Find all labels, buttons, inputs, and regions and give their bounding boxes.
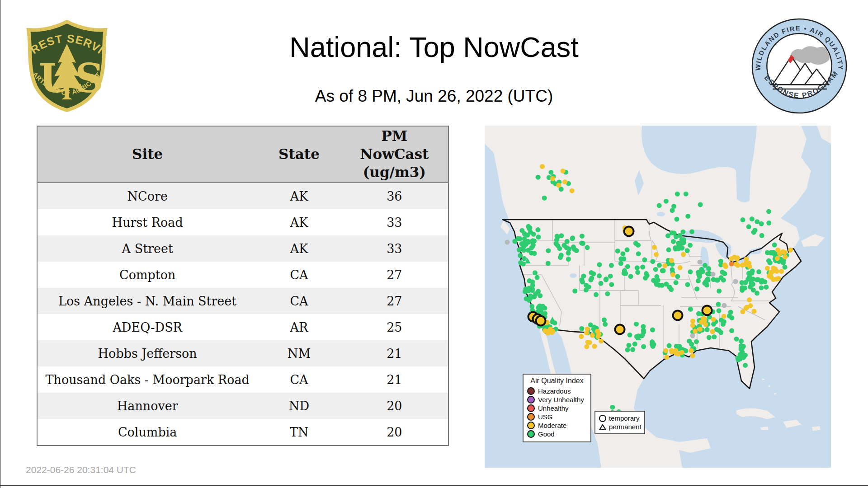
- site-cell: Los Angeles - N. Main Street: [37, 288, 257, 314]
- legend-row-temporary: temporary: [599, 414, 641, 422]
- permanent-label: permanent: [609, 422, 642, 431]
- table-header-row: Site State PM NowCast (ug/m3): [37, 126, 448, 183]
- aqi-color-swatch: [527, 387, 535, 395]
- site-cell: Hobbs Jefferson: [37, 340, 257, 366]
- state-cell: TN: [257, 419, 340, 446]
- pm-cell: 20: [341, 419, 448, 446]
- dashboard-page: FOREST SERVICE U S DEPARTMENT OF AGRICUL…: [0, 0, 868, 488]
- aqi-legend-item: Very Unhealthy: [527, 395, 587, 404]
- pm-cell: 20: [341, 393, 448, 419]
- pm-cell: 21: [341, 366, 448, 393]
- permanent-triangle-icon: [599, 424, 606, 430]
- pm-cell: 27: [341, 262, 448, 288]
- table-row: ADEQ-DSRAR25: [37, 314, 448, 340]
- aqi-legend-item: Good: [527, 430, 587, 438]
- aqi-legend-item: Hazardous: [527, 387, 587, 395]
- table-row: Hurst RoadAK33: [37, 209, 448, 235]
- aqi-item-label: Unhealthy: [538, 404, 569, 413]
- state-cell: AK: [257, 209, 340, 235]
- aqi-item-label: Very Unhealthy: [538, 395, 584, 404]
- state-cell: CA: [257, 262, 340, 288]
- aqi-color-swatch: [527, 430, 535, 438]
- aqi-legend-item: USG: [527, 413, 587, 421]
- state-cell: AK: [257, 235, 340, 262]
- state-cell: AK: [257, 183, 340, 210]
- column-header-state: State: [257, 126, 340, 183]
- aqi-item-label: USG: [538, 413, 553, 421]
- table-row: ColumbiaTN20: [37, 419, 448, 446]
- site-cell: Thousand Oaks - Moorpark Road: [37, 366, 257, 393]
- column-header-pm-nowcast: PM NowCast (ug/m3): [341, 126, 448, 183]
- aqi-color-swatch: [527, 422, 535, 429]
- aqi-color-swatch: [527, 396, 535, 404]
- legend-row-permanent: permanent: [599, 422, 641, 431]
- temporary-circle-icon: [599, 415, 606, 422]
- state-cell: ND: [257, 393, 340, 419]
- aqi-legend-item: Moderate: [527, 421, 587, 430]
- aqi-legend-items: HazardousVery UnhealthyUnhealthyUSGModer…: [527, 387, 587, 438]
- table-row: NCoreAK36: [37, 183, 448, 210]
- table-row: Thousand Oaks - Moorpark RoadCA21: [37, 366, 448, 393]
- window-bottom-edge: [0, 485, 868, 486]
- state-cell: CA: [257, 366, 340, 393]
- aqi-item-label: Moderate: [538, 421, 566, 430]
- table-row: HannoverND20: [37, 393, 448, 419]
- pm-header-line3: (ug/m3): [341, 163, 448, 181]
- aqi-color-swatch: [527, 413, 535, 421]
- aqi-item-label: Hazardous: [538, 387, 571, 395]
- generation-timestamp: 2022-06-26 20:31:04 UTC: [26, 465, 136, 475]
- pm-cell: 25: [341, 314, 448, 340]
- aqi-legend-item: Unhealthy: [527, 404, 587, 413]
- lake-of-the-woods: [657, 212, 665, 216]
- aqi-color-swatch: [527, 404, 535, 412]
- site-cell: A Street: [37, 235, 257, 262]
- aqi-item-label: Good: [538, 430, 555, 438]
- state-cell: AR: [257, 314, 340, 340]
- top-nowcast-table: Site State PM NowCast (ug/m3) NCoreAK36H…: [37, 126, 449, 446]
- page-title: National: Top NowCast: [0, 31, 868, 63]
- state-cell: NM: [257, 340, 340, 366]
- window-left-edge: [0, 0, 1, 488]
- pm-cell: 33: [341, 209, 448, 235]
- great-salt-lake: [570, 273, 577, 278]
- table-row: Hobbs JeffersonNM21: [37, 340, 448, 366]
- pm-cell: 33: [341, 235, 448, 262]
- pm-header-line1: PM: [341, 127, 448, 145]
- column-header-site: Site: [37, 126, 257, 183]
- table-row: ComptonCA27: [37, 262, 448, 288]
- pm-header-line2: NowCast: [341, 145, 448, 163]
- aqi-legend-title: Air Quality Index: [527, 377, 587, 385]
- table-row: A StreetAK33: [37, 235, 448, 262]
- pm-cell: 27: [341, 288, 448, 314]
- site-cell: Hurst Road: [37, 209, 257, 235]
- site-cell: ADEQ-DSR: [37, 314, 257, 340]
- state-cell: CA: [257, 288, 340, 314]
- temporary-label: temporary: [609, 414, 640, 422]
- site-cell: Columbia: [37, 419, 257, 446]
- table-row: Los Angeles - N. Main StreetCA27: [37, 288, 448, 314]
- table-body: NCoreAK36Hurst RoadAK33A StreetAK33Compt…: [37, 183, 448, 446]
- site-cell: NCore: [37, 183, 257, 210]
- pm-cell: 36: [341, 183, 448, 210]
- site-cell: Compton: [37, 262, 257, 288]
- aqi-legend: Air Quality Index HazardousVery Unhealth…: [523, 374, 591, 442]
- page-subtitle: As of 8 PM, Jun 26, 2022 (UTC): [0, 87, 868, 106]
- aqi-map[interactable]: Air Quality Index HazardousVery Unhealth…: [485, 126, 831, 468]
- pm-cell: 21: [341, 340, 448, 366]
- site-cell: Hannover: [37, 393, 257, 419]
- marker-type-legend: temporary permanent: [594, 411, 645, 434]
